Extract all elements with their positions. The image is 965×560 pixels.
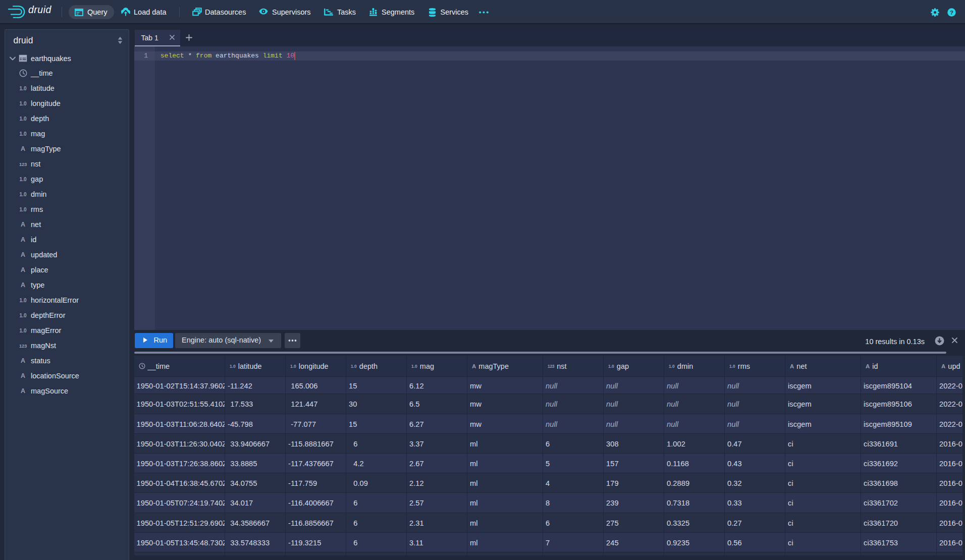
- svg-text:?: ?: [949, 10, 953, 16]
